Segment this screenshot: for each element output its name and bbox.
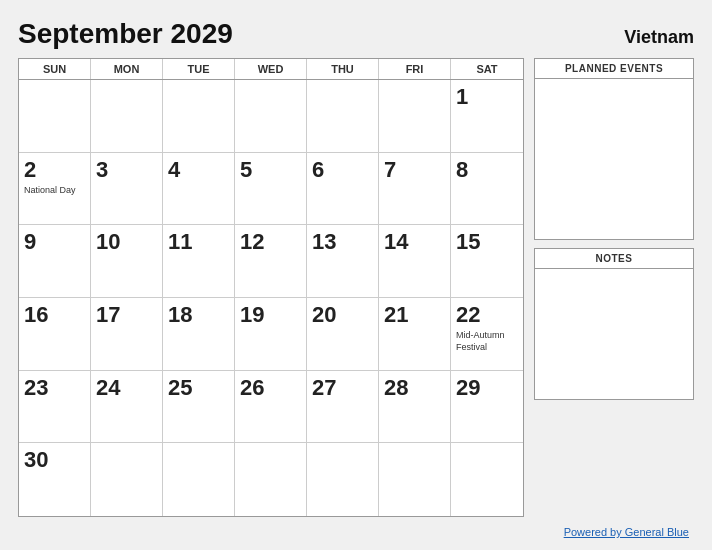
day-number: 12 <box>240 229 301 255</box>
day-number: 29 <box>456 375 518 401</box>
cal-cell: 10 <box>91 225 163 298</box>
day-number: 10 <box>96 229 157 255</box>
planned-events-title: PLANNED EVENTS <box>535 59 693 79</box>
day-number: 9 <box>24 229 85 255</box>
cal-cell: 2National Day <box>19 153 91 226</box>
header: September 2029 Vietnam <box>18 18 694 50</box>
cal-cell: 29 <box>451 371 523 444</box>
notes-title: NOTES <box>535 249 693 269</box>
cal-cell: 20 <box>307 298 379 371</box>
cal-cell: 7 <box>379 153 451 226</box>
day-header-fri: FRI <box>379 59 451 79</box>
main-area: SUNMONTUEWEDTHUFRISAT 12National Day3456… <box>18 58 694 517</box>
cal-cell: 17 <box>91 298 163 371</box>
day-number: 7 <box>384 157 445 183</box>
cal-cell <box>379 80 451 153</box>
cal-cell <box>163 443 235 516</box>
day-number: 8 <box>456 157 518 183</box>
cal-cell <box>91 443 163 516</box>
cal-cell: 5 <box>235 153 307 226</box>
cal-cell <box>235 80 307 153</box>
cal-cell: 9 <box>19 225 91 298</box>
day-header-mon: MON <box>91 59 163 79</box>
cal-cell <box>451 443 523 516</box>
cal-cell: 6 <box>307 153 379 226</box>
day-header-thu: THU <box>307 59 379 79</box>
powered-by-link[interactable]: Powered by General Blue <box>564 526 689 538</box>
cal-cell <box>307 443 379 516</box>
day-number: 1 <box>456 84 518 110</box>
day-number: 24 <box>96 375 157 401</box>
cal-cell: 23 <box>19 371 91 444</box>
cal-cell: 26 <box>235 371 307 444</box>
cal-cell: 13 <box>307 225 379 298</box>
cal-cell: 16 <box>19 298 91 371</box>
day-number: 16 <box>24 302 85 328</box>
event-label: Mid-Autumn Festival <box>456 330 518 353</box>
notes-content <box>535 269 693 399</box>
cal-cell <box>307 80 379 153</box>
cal-cell <box>91 80 163 153</box>
sidebar: PLANNED EVENTS NOTES <box>534 58 694 517</box>
cal-cell: 30 <box>19 443 91 516</box>
day-number: 25 <box>168 375 229 401</box>
day-number: 6 <box>312 157 373 183</box>
day-number: 30 <box>24 447 85 473</box>
cal-cell: 4 <box>163 153 235 226</box>
cal-cell <box>235 443 307 516</box>
day-number: 18 <box>168 302 229 328</box>
planned-events-content <box>535 79 693 239</box>
day-number: 21 <box>384 302 445 328</box>
cal-cell: 22Mid-Autumn Festival <box>451 298 523 371</box>
day-number: 27 <box>312 375 373 401</box>
day-number: 11 <box>168 229 229 255</box>
day-number: 22 <box>456 302 518 328</box>
day-number: 23 <box>24 375 85 401</box>
notes-box: NOTES <box>534 248 694 400</box>
day-number: 13 <box>312 229 373 255</box>
day-header-wed: WED <box>235 59 307 79</box>
day-number: 5 <box>240 157 301 183</box>
day-header-sun: SUN <box>19 59 91 79</box>
day-number: 28 <box>384 375 445 401</box>
cal-cell <box>163 80 235 153</box>
day-number: 17 <box>96 302 157 328</box>
day-header-sat: SAT <box>451 59 523 79</box>
day-number: 19 <box>240 302 301 328</box>
cal-cell: 27 <box>307 371 379 444</box>
day-number: 15 <box>456 229 518 255</box>
planned-events-box: PLANNED EVENTS <box>534 58 694 240</box>
footer: Powered by General Blue <box>18 522 694 540</box>
day-headers: SUNMONTUEWEDTHUFRISAT <box>19 59 523 80</box>
day-number: 26 <box>240 375 301 401</box>
cal-cell: 18 <box>163 298 235 371</box>
cal-cell: 15 <box>451 225 523 298</box>
day-number: 20 <box>312 302 373 328</box>
cal-cell: 11 <box>163 225 235 298</box>
calendar-page: September 2029 Vietnam SUNMONTUEWEDTHUFR… <box>0 0 712 550</box>
event-label: National Day <box>24 185 85 197</box>
calendar-section: SUNMONTUEWEDTHUFRISAT 12National Day3456… <box>18 58 524 517</box>
cal-cell <box>19 80 91 153</box>
cal-cell: 8 <box>451 153 523 226</box>
day-number: 3 <box>96 157 157 183</box>
cal-cell: 3 <box>91 153 163 226</box>
cal-cell: 1 <box>451 80 523 153</box>
cal-cell: 25 <box>163 371 235 444</box>
calendar-grid: 12National Day34567891011121314151617181… <box>19 80 523 516</box>
cal-cell: 24 <box>91 371 163 444</box>
cal-cell: 12 <box>235 225 307 298</box>
day-number: 14 <box>384 229 445 255</box>
day-number: 4 <box>168 157 229 183</box>
country-label: Vietnam <box>624 27 694 48</box>
day-number: 2 <box>24 157 85 183</box>
page-title: September 2029 <box>18 18 233 50</box>
cal-cell: 21 <box>379 298 451 371</box>
day-header-tue: TUE <box>163 59 235 79</box>
cal-cell: 19 <box>235 298 307 371</box>
cal-cell <box>379 443 451 516</box>
cal-cell: 14 <box>379 225 451 298</box>
cal-cell: 28 <box>379 371 451 444</box>
